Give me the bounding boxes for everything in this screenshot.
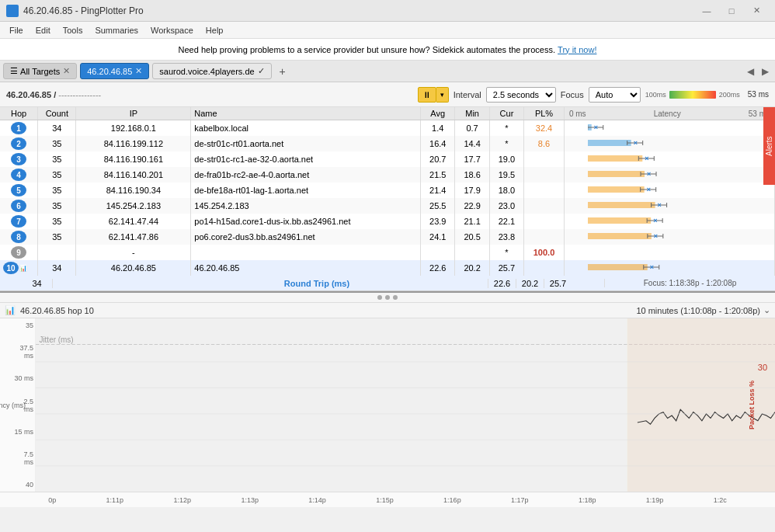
cell-pl xyxy=(524,183,565,198)
tab-nav-left[interactable]: ◀ xyxy=(744,64,757,78)
tab-add-button[interactable]: + xyxy=(275,64,290,79)
cell-ip: 46.20.46.85 xyxy=(76,260,191,276)
latency-max-label: 200ms xyxy=(719,91,740,99)
interval-select[interactable]: 2.5 seconds 5 seconds 10 seconds 25 seco… xyxy=(486,87,556,103)
cell-hop: 9 xyxy=(0,245,38,260)
col-latency: 0 ms Latency 53 ms xyxy=(564,107,774,120)
menu-workspace[interactable]: Workspace xyxy=(144,24,200,37)
cell-latency: × xyxy=(564,120,774,137)
title-bar: 46.20.46.85 - PingPlotter Pro — □ ✕ xyxy=(0,0,775,22)
table-row[interactable]: 8 35 62.141.47.86 po6.core2-dus3.bb.as24… xyxy=(0,229,775,245)
menu-summaries[interactable]: Summaries xyxy=(89,24,144,37)
focus-select[interactable]: Auto Manual xyxy=(589,87,641,103)
svg-text:×: × xyxy=(647,170,651,178)
cell-count: 35 xyxy=(38,229,76,245)
cell-name: po14-h15ad.core1-dus-ix.bb.as24961.net xyxy=(191,214,421,229)
graph-collapse-button[interactable]: ⌄ xyxy=(763,305,770,315)
footer-rt-label: Round Trip (ms) xyxy=(146,279,488,288)
try-now-link[interactable]: Try it now! xyxy=(558,45,596,54)
latency-bar-svg: × xyxy=(588,229,751,243)
cell-avg: 22.6 xyxy=(421,260,455,276)
window-controls: — □ ✕ xyxy=(694,3,769,19)
footer-count: 34 xyxy=(22,279,53,288)
menu-file[interactable]: File xyxy=(3,24,30,37)
graph-body: Latency (ms) 35 37.5 ms 30 ms 2.5 ms 15 … xyxy=(0,318,775,492)
table-row[interactable]: 2 35 84.116.199.112 de-str01c-rt01.aorta… xyxy=(0,136,775,151)
minimize-button[interactable]: — xyxy=(694,3,719,19)
cell-avg: 24.1 xyxy=(421,229,455,245)
latency-max-val: 53 ms xyxy=(748,90,769,99)
cell-ip: - xyxy=(76,245,191,260)
interval-label: Interval xyxy=(454,90,481,99)
cell-latency: × xyxy=(564,229,774,245)
cell-pl: 100.0 xyxy=(524,245,565,260)
y-val-35: 35 xyxy=(14,322,33,329)
footer-focus: Focus: 1:18:38p - 1:20:08p xyxy=(604,279,775,287)
cell-cur: 19.5 xyxy=(489,167,523,183)
table-row[interactable]: 5 35 84.116.190.34 de-bfe18a-rt01-lag-1.… xyxy=(0,183,775,198)
tab-active-label: 46.20.46.85 xyxy=(87,67,132,76)
menu-edit[interactable]: Edit xyxy=(30,24,57,37)
svg-rect-5 xyxy=(588,140,631,146)
cell-cur: * xyxy=(489,245,523,260)
cell-name xyxy=(191,245,421,260)
tab-secondary[interactable]: saurod.voice.4players.de ✓ xyxy=(152,63,271,79)
svg-rect-15 xyxy=(588,171,645,177)
col-name: Name xyxy=(191,107,421,120)
cell-name: 145.254.2.183 xyxy=(191,198,421,214)
latency-scale: 100ms 200ms xyxy=(645,91,740,99)
close-button[interactable]: ✕ xyxy=(744,3,769,19)
svg-rect-25 xyxy=(588,202,655,208)
tab-active-close[interactable]: ✕ xyxy=(135,66,142,76)
y-val-375: 37.5 ms xyxy=(14,344,33,360)
tab-all-targets-close[interactable]: ✕ xyxy=(63,66,70,76)
cell-name: 46.20.46.85 xyxy=(191,260,421,276)
host-ip: 46.20.46.85 / xyxy=(6,90,56,99)
cell-min: 21.1 xyxy=(455,214,489,229)
col-avg: Avg xyxy=(421,107,455,120)
tab-nav-right[interactable]: ▶ xyxy=(759,64,772,78)
tab-active[interactable]: 46.20.46.85 ✕ xyxy=(80,63,149,79)
menu-help[interactable]: Help xyxy=(200,24,230,37)
cell-hop: 8 xyxy=(0,229,38,245)
cell-pl xyxy=(524,214,565,229)
latency-bar-svg: × xyxy=(588,167,751,181)
x-label-112p: 1:12p xyxy=(173,496,191,504)
pause-dropdown[interactable]: ▾ xyxy=(436,87,449,103)
x-label-0p: 0p xyxy=(48,496,56,504)
latency-min: 100ms xyxy=(645,91,666,99)
tab-all-targets[interactable]: ☰ All Targets ✕ xyxy=(3,63,77,79)
graph-area: 📊 46.20.46.85 hop 10 10 minutes (1:10:08… xyxy=(0,293,775,507)
maximize-button[interactable]: □ xyxy=(719,3,744,19)
x-label-111p: 1:11p xyxy=(106,496,124,504)
cell-ip: 84.116.190.161 xyxy=(76,151,191,167)
app-icon xyxy=(6,5,19,17)
graph-canvas: Jitter (ms) 30 Packet Loss % xyxy=(36,318,775,492)
cell-cur: 22.1 xyxy=(489,214,523,229)
table-row[interactable]: 1 34 192.168.0.1 kabelbox.local 1.4 0.7 … xyxy=(0,120,775,137)
table-row[interactable]: 4 35 84.116.140.201 de-fra01b-rc2-ae-4-0… xyxy=(0,167,775,183)
table-row[interactable]: 9 - * 100.0 xyxy=(0,245,775,260)
cell-cur: * xyxy=(489,136,523,151)
cell-pl xyxy=(524,260,565,276)
col-ip: IP xyxy=(76,107,191,120)
pause-button[interactable]: ⏸ xyxy=(418,87,436,103)
cell-cur: 18.0 xyxy=(489,183,523,198)
menu-tools[interactable]: Tools xyxy=(57,24,89,37)
alerts-panel[interactable]: Alerts xyxy=(763,107,775,185)
graph-x-axis: 0p 1:11p 1:12p 1:13p 1:14p 1:15p 1:16p 1… xyxy=(0,492,775,507)
cell-pl xyxy=(524,229,565,245)
cell-count xyxy=(38,245,76,260)
cell-count: 35 xyxy=(38,198,76,214)
table-row[interactable]: 7 35 62.141.47.44 po14-h15ad.core1-dus-i… xyxy=(0,214,775,229)
cell-ip: 145.254.2.183 xyxy=(76,198,191,214)
latency-bar-svg: × xyxy=(588,151,751,165)
x-label-115p: 1:15p xyxy=(376,496,394,504)
table-row[interactable]: 3 35 84.116.190.161 de-str01c-rc1-ae-32-… xyxy=(0,151,775,167)
cell-name: de-str01c-rc1-ae-32-0.aorta.net xyxy=(191,151,421,167)
hop-table: Hop Count IP Name Avg Min Cur PL% 0 ms L… xyxy=(0,107,775,276)
cell-pl: 8.6 xyxy=(524,136,565,151)
cell-hop: 10📊 xyxy=(0,260,38,276)
table-row[interactable]: 10📊 34 46.20.46.85 46.20.46.85 22.6 20.2… xyxy=(0,260,775,276)
table-row[interactable]: 6 35 145.254.2.183 145.254.2.183 25.5 22… xyxy=(0,198,775,214)
